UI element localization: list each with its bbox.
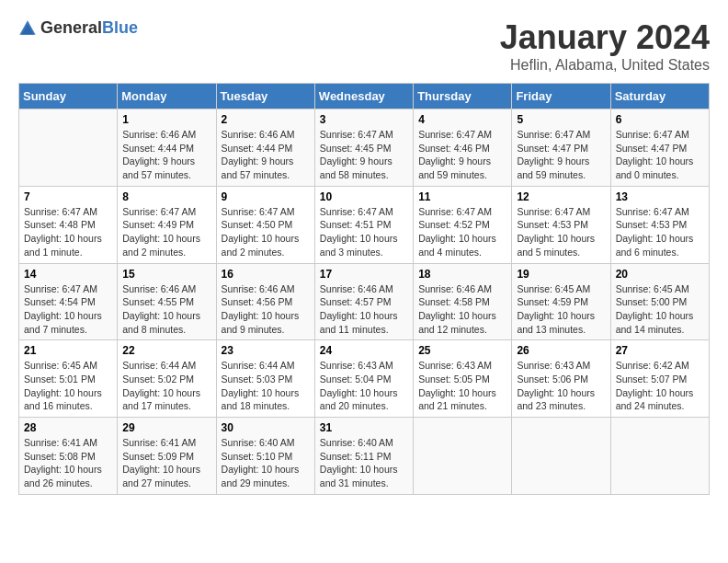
day-info: Sunrise: 6:43 AM Sunset: 5:04 PM Dayligh… [320,359,408,413]
day-number: 13 [616,190,704,203]
day-number: 11 [418,190,506,203]
calendar-cell: 31Sunrise: 6:40 AM Sunset: 5:11 PM Dayli… [314,418,413,495]
calendar-cell: 23Sunrise: 6:44 AM Sunset: 5:03 PM Dayli… [216,340,314,418]
day-number: 27 [616,344,704,357]
calendar-cell: 18Sunrise: 6:46 AM Sunset: 4:58 PM Dayli… [414,263,512,340]
calendar-cell: 2Sunrise: 6:46 AM Sunset: 4:44 PM Daylig… [216,109,314,187]
day-number: 7 [24,190,112,203]
day-of-week-header: Thursday [414,84,512,109]
day-of-week-header: Monday [118,84,216,109]
calendar-cell: 5Sunrise: 6:47 AM Sunset: 4:47 PM Daylig… [512,109,610,187]
calendar-cell: 26Sunrise: 6:43 AM Sunset: 5:06 PM Dayli… [512,340,610,418]
day-info: Sunrise: 6:46 AM Sunset: 4:44 PM Dayligh… [222,128,310,182]
calendar-cell: 30Sunrise: 6:40 AM Sunset: 5:10 PM Dayli… [216,418,314,495]
day-number: 16 [222,268,310,281]
calendar-cell: 20Sunrise: 6:45 AM Sunset: 5:00 PM Dayli… [610,263,709,340]
day-of-week-header: Friday [512,84,610,109]
calendar-cell: 28Sunrise: 6:41 AM Sunset: 5:08 PM Dayli… [19,418,118,495]
day-number: 15 [122,268,210,281]
day-info: Sunrise: 6:47 AM Sunset: 4:48 PM Dayligh… [24,205,112,259]
day-of-week-header: Saturday [610,84,709,109]
calendar-cell: 19Sunrise: 6:45 AM Sunset: 4:59 PM Dayli… [512,263,610,340]
day-number: 28 [24,421,112,434]
calendar-cell: 17Sunrise: 6:46 AM Sunset: 4:57 PM Dayli… [314,263,413,340]
calendar-cell: 6Sunrise: 6:47 AM Sunset: 4:47 PM Daylig… [610,109,709,187]
day-number: 22 [122,344,210,357]
calendar-week-row: 21Sunrise: 6:45 AM Sunset: 5:01 PM Dayli… [19,340,710,418]
calendar-week-row: 28Sunrise: 6:41 AM Sunset: 5:08 PM Dayli… [19,418,710,495]
subtitle: Heflin, Alabama, United States [500,57,710,74]
day-info: Sunrise: 6:47 AM Sunset: 4:47 PM Dayligh… [517,128,605,182]
day-number: 18 [418,268,506,281]
day-info: Sunrise: 6:47 AM Sunset: 4:52 PM Dayligh… [418,205,506,259]
main-title: January 2024 [500,18,710,57]
day-info: Sunrise: 6:46 AM Sunset: 4:56 PM Dayligh… [222,282,310,337]
calendar-cell: 7Sunrise: 6:47 AM Sunset: 4:48 PM Daylig… [19,186,118,263]
calendar-cell: 1Sunrise: 6:46 AM Sunset: 4:44 PM Daylig… [118,109,216,187]
day-info: Sunrise: 6:43 AM Sunset: 5:06 PM Dayligh… [517,359,605,413]
calendar-cell: 21Sunrise: 6:45 AM Sunset: 5:01 PM Dayli… [19,340,118,418]
day-info: Sunrise: 6:46 AM Sunset: 4:55 PM Dayligh… [122,282,210,337]
day-number: 17 [320,268,408,281]
day-number: 20 [616,268,704,281]
calendar-cell: 3Sunrise: 6:47 AM Sunset: 4:45 PM Daylig… [314,109,413,187]
day-number: 2 [222,113,310,126]
day-info: Sunrise: 6:41 AM Sunset: 5:09 PM Dayligh… [122,436,210,490]
day-of-week-header: Sunday [19,84,118,109]
day-number: 14 [24,268,112,281]
day-number: 10 [320,190,408,203]
day-info: Sunrise: 6:47 AM Sunset: 4:46 PM Dayligh… [418,128,506,182]
calendar-cell: 29Sunrise: 6:41 AM Sunset: 5:09 PM Dayli… [118,418,216,495]
calendar-cell: 15Sunrise: 6:46 AM Sunset: 4:55 PM Dayli… [118,263,216,340]
calendar-week-row: 14Sunrise: 6:47 AM Sunset: 4:54 PM Dayli… [19,263,710,340]
day-info: Sunrise: 6:47 AM Sunset: 4:51 PM Dayligh… [320,205,408,259]
calendar-cell: 10Sunrise: 6:47 AM Sunset: 4:51 PM Dayli… [314,186,413,263]
day-info: Sunrise: 6:47 AM Sunset: 4:53 PM Dayligh… [616,205,704,259]
day-number: 5 [517,113,605,126]
day-number: 19 [517,268,605,281]
calendar-cell [610,418,709,495]
day-info: Sunrise: 6:42 AM Sunset: 5:07 PM Dayligh… [616,359,704,413]
day-info: Sunrise: 6:45 AM Sunset: 4:59 PM Dayligh… [517,282,605,337]
day-number: 6 [616,113,704,126]
day-number: 9 [222,190,310,203]
calendar-cell: 13Sunrise: 6:47 AM Sunset: 4:53 PM Dayli… [610,186,709,263]
day-info: Sunrise: 6:47 AM Sunset: 4:53 PM Dayligh… [517,205,605,259]
calendar-cell: 24Sunrise: 6:43 AM Sunset: 5:04 PM Dayli… [314,340,413,418]
day-info: Sunrise: 6:46 AM Sunset: 4:44 PM Dayligh… [122,128,210,182]
logo-icon [18,19,37,38]
day-info: Sunrise: 6:47 AM Sunset: 4:54 PM Dayligh… [24,282,112,337]
calendar-cell: 22Sunrise: 6:44 AM Sunset: 5:02 PM Dayli… [118,340,216,418]
calendar-cell [512,418,610,495]
calendar-cell: 16Sunrise: 6:46 AM Sunset: 4:56 PM Dayli… [216,263,314,340]
calendar-cell: 11Sunrise: 6:47 AM Sunset: 4:52 PM Dayli… [414,186,512,263]
day-number: 26 [517,344,605,357]
calendar-cell: 27Sunrise: 6:42 AM Sunset: 5:07 PM Dayli… [610,340,709,418]
day-info: Sunrise: 6:47 AM Sunset: 4:49 PM Dayligh… [122,205,210,259]
day-number: 31 [320,421,408,434]
day-number: 1 [122,113,210,126]
day-number: 25 [418,344,506,357]
day-info: Sunrise: 6:44 AM Sunset: 5:02 PM Dayligh… [122,359,210,413]
day-number: 21 [24,344,112,357]
day-of-week-header: Wednesday [314,84,413,109]
day-info: Sunrise: 6:47 AM Sunset: 4:47 PM Dayligh… [616,128,704,182]
calendar-cell: 14Sunrise: 6:47 AM Sunset: 4:54 PM Dayli… [19,263,118,340]
day-number: 4 [418,113,506,126]
day-of-week-header: Tuesday [216,84,314,109]
day-info: Sunrise: 6:44 AM Sunset: 5:03 PM Dayligh… [222,359,310,413]
calendar-cell: 12Sunrise: 6:47 AM Sunset: 4:53 PM Dayli… [512,186,610,263]
logo-blue: Blue [102,18,138,37]
day-info: Sunrise: 6:45 AM Sunset: 5:01 PM Dayligh… [24,359,112,413]
day-info: Sunrise: 6:47 AM Sunset: 4:45 PM Dayligh… [320,128,408,182]
calendar-cell: 9Sunrise: 6:47 AM Sunset: 4:50 PM Daylig… [216,186,314,263]
logo: GeneralBlue [18,18,138,38]
day-info: Sunrise: 6:41 AM Sunset: 5:08 PM Dayligh… [24,436,112,490]
title-area: January 2024 Heflin, Alabama, United Sta… [500,18,710,74]
day-info: Sunrise: 6:46 AM Sunset: 4:58 PM Dayligh… [418,282,506,337]
page-header: GeneralBlue January 2024 Heflin, Alabama… [18,18,710,74]
calendar-week-row: 7Sunrise: 6:47 AM Sunset: 4:48 PM Daylig… [19,186,710,263]
day-info: Sunrise: 6:43 AM Sunset: 5:05 PM Dayligh… [418,359,506,413]
day-info: Sunrise: 6:46 AM Sunset: 4:57 PM Dayligh… [320,282,408,337]
day-info: Sunrise: 6:40 AM Sunset: 5:10 PM Dayligh… [222,436,310,490]
